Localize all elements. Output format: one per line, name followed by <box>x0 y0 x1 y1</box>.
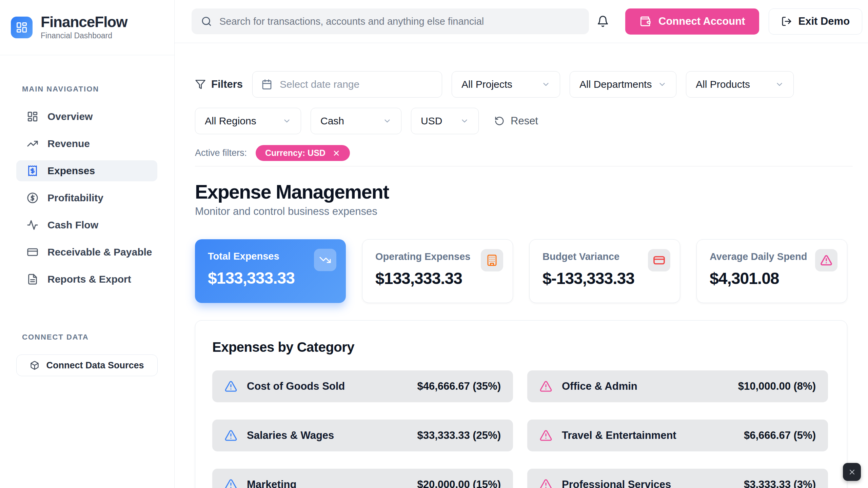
funnel-icon <box>195 79 206 90</box>
stat-cards-row: Total Expenses $133,333.33 Operating Exp… <box>195 239 853 303</box>
sidebar-item-cash-flow[interactable]: Cash Flow <box>16 215 157 236</box>
credit-card-icon <box>648 249 670 271</box>
currency-dropdown[interactable]: USD <box>411 108 479 134</box>
category-row-salaries-wages: Salaries & Wages $33,333.33 (25%) <box>212 420 513 451</box>
category-row-marketing: Marketing $20,000.00 (15%) <box>212 469 513 488</box>
filter-row-1: Filters Select date range All Projects A… <box>195 71 853 98</box>
chevron-down-icon <box>460 117 469 125</box>
remove-filter-icon[interactable] <box>332 149 340 157</box>
rotate-ccw-icon <box>494 116 505 126</box>
stat-card-total-expenses: Total Expenses $133,333.33 <box>195 239 346 303</box>
trending-up-icon <box>26 138 39 150</box>
page-title: Expense Management <box>195 181 853 203</box>
sidebar-item-profitability[interactable]: Profitability <box>16 187 157 208</box>
category-row-cost-of-goods-sold: Cost of Goods Sold $46,666.67 (35%) <box>212 370 513 402</box>
chevron-down-icon <box>541 80 550 89</box>
app-logo-icon <box>11 17 33 38</box>
active-filters-row: Active filters: Currency: USD <box>195 145 853 161</box>
filters-label: Filters <box>195 78 243 90</box>
alert-triangle-icon <box>539 429 552 442</box>
sidebar-item-receivable-payable[interactable]: Receivable & Payable <box>16 242 157 263</box>
app-tagline: Financial Dashboard <box>41 31 127 40</box>
package-icon <box>30 361 39 370</box>
wallet-icon <box>639 16 651 27</box>
filter-row-2: All Regions Cash USD Reset <box>195 108 853 134</box>
projects-dropdown[interactable]: All Projects <box>452 71 560 98</box>
alert-triangle-icon <box>539 478 552 488</box>
app-logo: FinanceFlow Financial Dashboard <box>0 0 174 55</box>
calendar-icon <box>261 79 272 90</box>
section-divider <box>195 166 853 166</box>
expenses-by-category-panel: Expenses by Category Cost of Goods Sold … <box>195 320 847 488</box>
sidebar-item-expenses[interactable]: Expenses <box>16 160 157 181</box>
sidebar-item-overview[interactable]: Overview <box>16 106 157 127</box>
file-text-icon <box>26 273 39 285</box>
notifications-button[interactable] <box>595 12 610 31</box>
active-filters-label: Active filters: <box>195 148 247 158</box>
category-row-travel-entertainment: Travel & Entertainment $6,666.67 (5%) <box>527 420 828 451</box>
layout-dashboard-icon <box>26 110 39 123</box>
connect-account-button[interactable]: Connect Account <box>625 8 759 35</box>
departments-dropdown[interactable]: All Departments <box>570 71 676 98</box>
main-content: Filters Select date range All Projects A… <box>175 43 868 488</box>
alert-triangle-icon <box>539 380 552 393</box>
receipt-icon <box>26 165 39 177</box>
chevron-down-icon <box>775 80 784 89</box>
panel-title: Expenses by Category <box>212 340 828 355</box>
credit-card-icon <box>26 246 39 258</box>
exit-demo-button[interactable]: Exit Demo <box>769 8 862 35</box>
search-icon <box>201 16 212 27</box>
alert-triangle-icon <box>224 380 237 393</box>
nav-section-label: MAIN NAVIGATION <box>22 85 174 94</box>
bell-icon <box>597 15 609 27</box>
category-row-office-admin: Office & Admin $10,000.00 (8%) <box>527 370 828 402</box>
category-row-professional-services: Professional Services $3,333.33 (3%) <box>527 469 828 488</box>
regions-dropdown[interactable]: All Regions <box>195 108 301 134</box>
stat-card-operating-expenses: Operating Expenses $133,333.33 <box>362 239 513 303</box>
products-dropdown[interactable]: All Products <box>686 71 794 98</box>
search-input[interactable] <box>219 16 579 27</box>
accounting-basis-dropdown[interactable]: Cash <box>311 108 401 134</box>
close-icon <box>848 468 856 476</box>
alert-triangle-icon <box>224 429 237 442</box>
building-icon <box>481 249 503 271</box>
circle-dollar-icon <box>26 192 39 204</box>
log-out-icon <box>781 16 792 27</box>
close-button[interactable] <box>843 463 861 481</box>
chevron-down-icon <box>658 80 667 89</box>
activity-icon <box>26 219 39 231</box>
app-title: FinanceFlow <box>41 15 127 30</box>
sidebar-nav: Overview Revenue Expenses Profitability … <box>16 106 157 290</box>
sidebar: FinanceFlow Financial Dashboard MAIN NAV… <box>0 0 175 488</box>
chevron-down-icon <box>383 117 392 125</box>
sidebar-item-revenue[interactable]: Revenue <box>16 133 157 154</box>
chevron-down-icon <box>282 117 291 125</box>
connect-data-label: CONNECT DATA <box>22 333 174 342</box>
sidebar-item-reports-export[interactable]: Reports & Export <box>16 269 157 290</box>
connect-data-sources-button[interactable]: Connect Data Sources <box>16 354 158 376</box>
date-range-input[interactable]: Select date range <box>252 71 442 98</box>
stat-card-budget-variance: Budget Variance $-133,333.33 <box>529 239 680 303</box>
alert-triangle-icon <box>224 478 237 488</box>
topbar: Connect Account Exit Demo <box>175 0 868 43</box>
search-bar[interactable] <box>192 8 589 34</box>
category-grid: Cost of Goods Sold $46,666.67 (35%) Offi… <box>212 370 828 488</box>
stat-card-average-daily-spend: Average Daily Spend $4,301.08 <box>696 239 847 303</box>
reset-filters-button[interactable]: Reset <box>494 115 538 127</box>
trending-down-icon <box>314 249 336 271</box>
page-subtitle: Monitor and control business expenses <box>195 205 853 218</box>
alert-triangle-icon <box>815 249 837 271</box>
active-filter-chip-currency[interactable]: Currency: USD <box>256 145 350 161</box>
